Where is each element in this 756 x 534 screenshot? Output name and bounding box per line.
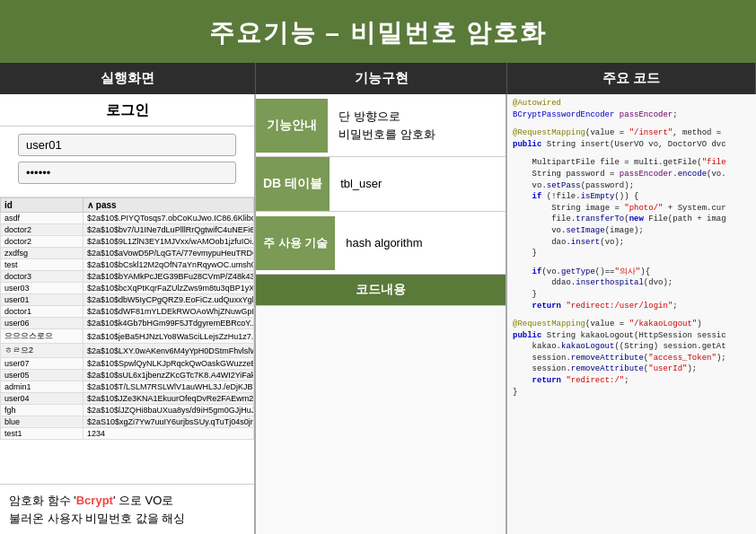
page-wrapper: 주요기능 – 비밀번호 암호화 실행화면 기능구현 주요 코드 로그인 id ∧… [0,0,756,534]
table-cell-pass: $2a$10$dWF81mYLDEkRWOAoWhjZNuwGpK... [84,306,254,318]
table-row: user03$2a$10$bcXqPtKqrFaZUlzZws9m8tu3qBP… [1,283,254,294]
table-cell-pass: $2a$10$bcXqPtKqrFaZUlzZws9m8tu3qBP1yXR..… [84,283,254,294]
main-content: 로그인 id ∧ pass asdf$2a$10$.PIYQTosqs7.obC… [0,94,756,534]
table-cell-pass: $2a$10$T/LSLM7RSLWlV1auWHL3J./eDjKJBT... [84,381,254,393]
table-row: fgh$2a$10$lJZQHi8baUXua8ys/d9iH5gm0GJjHu… [1,405,254,416]
table-cell-pass: $2a$10$.PIYQTosqs7.obCoKuJwo.IC86.6Klibc… [84,213,254,224]
table-cell-pass: $2a$10$bv7/U1INe7dLuPlllRrQgtwifC4uNEFi6… [84,224,254,236]
code-section-3: MultipartFile file = multi.getFile("file… [513,157,751,258]
code-section-2: @RequestMapping(value = "/insert", metho… [513,127,751,150]
table-cell-pass: $2a$10$9L1ZlN3EY1MJVxx/wAMOob1jzfuIOi... [84,236,254,248]
table-cell-id: admin1 [1,381,84,393]
col-header-mid: 기능구현 [256,63,507,94]
table-cell-id: ㅎㄹ으2 [1,344,84,358]
table-row: user07$2a$10$SpwlQyNLKJpRqckQwOaskGWuzze… [1,358,254,370]
table-cell-pass: $2a$10$LXY.0wAKenv6M4yYpH0DStmFhvlslWo..… [84,344,254,358]
feature2-value: tbl_user [330,168,505,200]
mid-panel: 기능안내 단 방향으로비밀번호를 암호화 DB 테이블 tbl_user 주 사… [256,94,507,534]
table-cell-id: user06 [1,318,84,329]
table-cell-id: doctor1 [1,306,84,318]
table-row: test11234 [1,428,254,440]
table-cell-id: user01 [1,294,84,306]
feature2-label: DB 테이블 [256,157,330,211]
table-cell-pass: $2a$10$sUL6x1jbenzZKcGTc7K8.A4WI2YiFak..… [84,370,254,381]
feature1-label: 기능안내 [256,99,328,153]
table-row: user01$2a$10$dbW5IyCPgQRZ9.EoFiCz.udQuxx… [1,294,254,306]
table-cell-id: doctor2 [1,236,84,248]
password-input[interactable] [18,162,236,184]
right-panel: @Autowired BCryptPasswordEncoder passEnc… [507,94,756,534]
page-header: 주요기능 – 비밀번호 암호화 [0,0,756,63]
table-cell-pass: $2a$10$aVowD5P/LqGTA/77evmypuHeuTRDG... [84,248,254,259]
table-cell-pass: $2a$10$lJZQHi8baUXua8ys/d9iH5gm0GJjHuJ..… [84,405,254,416]
table-cell-id: test [1,259,84,271]
table-row: user05$2a$10$sUL6x1jbenzZKcGTc7K8.A4WI2Y… [1,370,254,381]
login-section-title: 로그인 [0,94,254,127]
table-row: doctor2$2a$10$bv7/U1INe7dLuPlllRrQgtwifC… [1,224,254,236]
table-cell-pass: $2a$10$bCskl12M2qOfN7aYnRqywOC.umsh0... [84,259,254,271]
table-cell-id: user07 [1,358,84,370]
table-cell-pass: $2a$10$dbW5IyCPgQRZ9.EoFiCz.udQuxxYgb... [84,294,254,306]
table-row: test$2a$10$bCskl12M2qOfN7aYnRqywOC.umsh0… [1,259,254,271]
table-cell-id: doctor3 [1,271,84,283]
bottom-note-prefix: 암호화 함수 ' [9,494,76,507]
table-cell-pass: $2aS10$xgZi7Yw7uuIY6urjbsSUy.qTuTj04s0jr… [84,416,254,428]
table-row: user06$2a$10$k4Gb7bHGm99F5JTdgyremEBRcoY… [1,318,254,329]
table-cell-pass: $2a$10$bYAMkPcJEG39BFu28CVmP/Z48k433... [84,271,254,283]
table-row: ㅎㄹ으2$2a$10$LXY.0wAKenv6M4yYpH0DStmFhvlsl… [1,344,254,358]
table-cell-pass: 1234 [84,428,254,440]
table-cell-id: test1 [1,428,84,440]
table-cell-pass: $2a$10$SpwlQyNLKJpRqckQwOaskGWuzzeEid... [84,358,254,370]
table-cell-id: 으으으스로으 [1,329,84,344]
table-row: doctor3$2a$10$bYAMkPcJEG39BFu28CVmP/Z48k… [1,271,254,283]
feature3-value: hash algorithm [335,227,505,259]
table-row: zxdfsg$2a$10$aVowD5P/LqGTA/77evmypuHeuTR… [1,248,254,259]
code-block-label: 코드내용 [256,275,505,306]
table-cell-id: user04 [1,393,84,405]
table-cell-id: user05 [1,370,84,381]
bottom-note: 암호화 함수 'Bcrypt' 으로 VO로불러온 사용자 비밀번호 값을 해싱 [0,484,254,534]
left-panel: 로그인 id ∧ pass asdf$2a$10$.PIYQTosqs7.obC… [0,94,256,534]
col-header-right: 주요 코드 [507,63,756,94]
column-headers: 실행화면 기능구현 주요 코드 [0,63,756,94]
feature1-value: 단 방향으로비밀번호를 암호화 [328,101,505,150]
table-cell-id: asdf [1,213,84,224]
feature-block-3: 주 사용 기술 hash algorithm [256,212,505,275]
db-table-col-pass: ∧ pass [84,198,254,213]
bottom-note-highlight: Bcrypt [76,494,113,507]
col-header-left: 실행화면 [0,63,256,94]
table-cell-pass: $2a$10$JZe3KNA1EkuurOfeqDvRe2FAEwm2N... [84,393,254,405]
table-cell-pass: $2a$10$jeBa5HJNzLYo8WaSciLLejsZzHu1z7... [84,329,254,344]
db-table-container: id ∧ pass asdf$2a$10$.PIYQTosqs7.obCoKuJ… [0,197,254,484]
table-row: 으으으스로으$2a$10$jeBa5HJNzLYo8WaSciLLejsZzHu… [1,329,254,344]
table-row: admin1$2a$10$T/LSLM7RSLWlV1auWHL3J./eDjK… [1,381,254,393]
table-row: doctor1$2a$10$dWF81mYLDEkRWOAoWhjZNuwGpK… [1,306,254,318]
table-cell-id: blue [1,416,84,428]
table-cell-pass: $2a$10$k4Gb7bHGm99F5JTdgyremEBRcoY... [84,318,254,329]
table-cell-id: fgh [1,405,84,416]
db-table-col-id: id [1,198,84,213]
table-cell-id: doctor2 [1,224,84,236]
table-cell-id: zxdfsg [1,248,84,259]
code-section-5: @RequestMapping(value = "/kakaoLogout") … [513,319,751,398]
page-title: 주요기능 – 비밀번호 암호화 [209,19,548,47]
feature-block-1: 기능안내 단 방향으로비밀번호를 암호화 [256,94,505,157]
code-placeholder [256,306,505,534]
login-form [0,127,254,197]
db-table: id ∧ pass asdf$2a$10$.PIYQTosqs7.obCoKuJ… [0,197,254,440]
username-input[interactable] [18,134,236,156]
code-section-1: @Autowired BCryptPasswordEncoder passEnc… [513,98,751,120]
table-cell-id: user03 [1,283,84,294]
table-row: blue$2aS10$xgZi7Yw7uuIY6urjbsSUy.qTuTj04… [1,416,254,428]
table-row: doctor2$2a$10$9L1ZlN3EY1MJVxx/wAMOob1jzf… [1,236,254,248]
table-row: user04$2a$10$JZe3KNA1EkuurOfeqDvRe2FAEwm… [1,393,254,405]
feature3-label: 주 사용 기술 [256,216,335,270]
table-row: asdf$2a$10$.PIYQTosqs7.obCoKuJwo.IC86.6K… [1,213,254,224]
feature-block-2: DB 테이블 tbl_user [256,157,505,212]
code-section-4: if(vo.getType()=="의사"){ ddao.inserthospi… [513,267,751,311]
